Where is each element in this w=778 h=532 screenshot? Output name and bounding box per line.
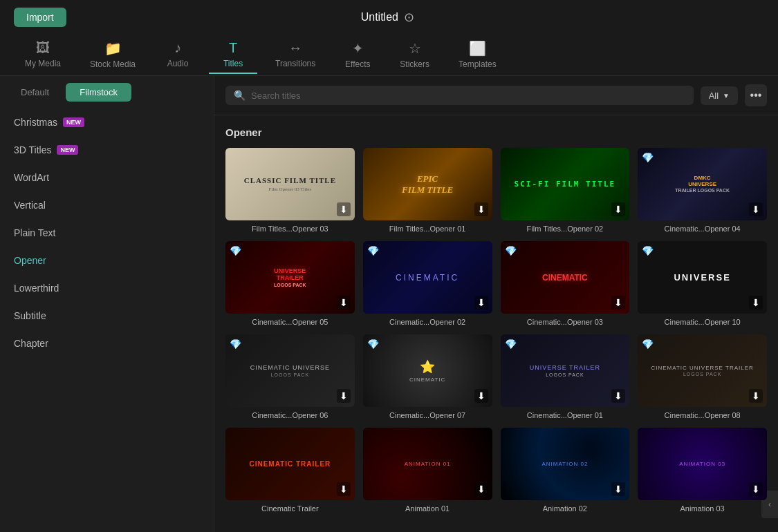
download-icon[interactable]: ⬇ bbox=[749, 202, 763, 216]
sidebar-item-vertical[interactable]: Vertical bbox=[0, 191, 214, 219]
grid-thumb-cinematic-opener-03: CINEMATIC 💎 ⬇ bbox=[501, 241, 630, 314]
sidebar-item-subtitle[interactable]: Subtitle bbox=[0, 302, 214, 330]
more-options-button[interactable]: ••• bbox=[745, 84, 767, 106]
tab-templates[interactable]: ⬜ Templates bbox=[447, 36, 508, 75]
effects-label: Effects bbox=[345, 59, 370, 69]
download-icon[interactable]: ⬇ bbox=[474, 202, 488, 216]
right-content: 🔍 All ▼ ••• Opener CLASSIC FILM TITLEFil… bbox=[214, 76, 778, 532]
tab-audio[interactable]: ♪ Audio bbox=[154, 36, 202, 74]
tab-effects[interactable]: ✦ Effects bbox=[333, 36, 382, 75]
download-icon[interactable]: ⬇ bbox=[749, 389, 763, 403]
tab-stock-media[interactable]: 📁 Stock Media bbox=[79, 36, 147, 75]
stock-media-label: Stock Media bbox=[90, 59, 136, 69]
grid-item-cinematic-opener-04[interactable]: DMKCUNIVERSETRAILER LOGOS PACK 💎 ⬇ Cinem… bbox=[638, 148, 767, 233]
grid-item-animation-02[interactable]: ANIMATION 02 ⬇ Animation 02 bbox=[501, 428, 630, 513]
sidebar-item-chapter[interactable]: Chapter bbox=[0, 330, 214, 357]
grid-item-cinematic-opener-10[interactable]: UNIVERSE 💎 ⬇ Cinematic...Opener 10 bbox=[638, 241, 767, 326]
grid-item-film-opener-02[interactable]: SCI-FI FILM TITLE ⬇ Film Titles...Opener… bbox=[501, 148, 630, 233]
download-icon[interactable]: ⬇ bbox=[611, 389, 625, 403]
grid-item-cinematic-opener-07[interactable]: ⭐CINEMATIC 💎 ⬇ Cinematic...Opener 07 bbox=[363, 334, 492, 419]
left-sidebar: Default Filmstock ChristmasNEW3D TitlesN… bbox=[0, 76, 214, 532]
sidebar-tab-filmstock[interactable]: Filmstock bbox=[66, 83, 131, 102]
grid-item-film-opener-01[interactable]: EPICFILM TITLE ⬇ Film Titles...Opener 01 bbox=[363, 148, 492, 233]
main-layout: Default Filmstock ChristmasNEW3D TitlesN… bbox=[0, 76, 778, 532]
titles-grid: CLASSIC FILM TITLEFilm Opener 03 Titles … bbox=[225, 148, 767, 513]
download-icon[interactable]: ⬇ bbox=[611, 202, 625, 216]
stock-media-icon: 📁 bbox=[104, 40, 122, 57]
download-icon[interactable]: ⬇ bbox=[337, 389, 351, 403]
grid-item-cinematic-trailer[interactable]: CINEMATIC TRAILER ⬇ Cinematic Trailer bbox=[225, 428, 355, 513]
download-icon[interactable]: ⬇ bbox=[749, 296, 763, 310]
grid-item-cinematic-opener-03[interactable]: CINEMATIC 💎 ⬇ Cinematic...Opener 03 bbox=[501, 241, 630, 326]
stickers-label: Stickers bbox=[400, 59, 429, 69]
grid-item-film-opener-03[interactable]: CLASSIC FILM TITLEFilm Opener 03 Titles … bbox=[225, 148, 355, 233]
filter-dropdown[interactable]: All ▼ bbox=[701, 86, 738, 105]
search-input[interactable] bbox=[251, 91, 685, 101]
sidebar-item-label: Lowerthird bbox=[14, 283, 59, 294]
templates-label: Templates bbox=[459, 59, 497, 69]
grid-item-label: Cinematic...Opener 06 bbox=[225, 411, 355, 419]
tab-stickers[interactable]: ☆ Stickers bbox=[389, 36, 441, 75]
grid-thumb-cinematic-opener-04: DMKCUNIVERSETRAILER LOGOS PACK 💎 ⬇ bbox=[638, 148, 767, 220]
grid-thumb-cinematic-trailer: CINEMATIC TRAILER ⬇ bbox=[225, 428, 355, 500]
grid-item-label: Film Titles...Opener 02 bbox=[501, 225, 630, 233]
sidebar-item-plain-text[interactable]: Plain Text bbox=[0, 219, 214, 247]
grid-item-label: Cinematic...Opener 05 bbox=[225, 318, 355, 326]
audio-icon: ♪ bbox=[174, 40, 181, 56]
grid-item-label: Film Titles...Opener 03 bbox=[225, 225, 355, 233]
title-dropdown-icon[interactable]: ⊙ bbox=[404, 10, 414, 25]
premium-gem-icon: 💎 bbox=[367, 339, 379, 350]
download-icon[interactable]: ⬇ bbox=[611, 482, 625, 496]
download-icon[interactable]: ⬇ bbox=[474, 296, 488, 310]
grid-item-animation-03[interactable]: ANIMATION 03 ⬇ Animation 03 bbox=[638, 428, 767, 513]
grid-thumb-animation-03: ANIMATION 03 ⬇ bbox=[638, 428, 767, 500]
grid-item-label: Animation 03 bbox=[638, 504, 767, 513]
sidebar-item-lowerthird[interactable]: Lowerthird bbox=[0, 274, 214, 302]
grid-thumb-cinematic-opener-07: ⭐CINEMATIC 💎 ⬇ bbox=[363, 334, 492, 407]
download-icon[interactable]: ⬇ bbox=[337, 202, 351, 216]
search-icon: 🔍 bbox=[234, 90, 246, 101]
tab-transitions[interactable]: ↔ Transitions bbox=[264, 36, 326, 74]
grid-item-label: Cinematic...Opener 03 bbox=[501, 318, 630, 326]
grid-item-animation-01[interactable]: ANIMATION 01 ⬇ Animation 01 bbox=[363, 428, 492, 513]
sidebar-item-label: Vertical bbox=[14, 200, 46, 211]
download-icon[interactable]: ⬇ bbox=[474, 482, 488, 496]
grid-item-label: Cinematic...Opener 02 bbox=[363, 318, 492, 326]
transitions-label: Transitions bbox=[275, 59, 315, 68]
filter-label: All bbox=[709, 91, 719, 101]
download-icon[interactable]: ⬇ bbox=[749, 482, 763, 496]
grid-item-cinematic-opener-05[interactable]: UNIVERSETRAILERLOGOS PACK 💎 ⬇ Cinematic.… bbox=[225, 241, 355, 326]
top-bar: Import Untitled ⊙ bbox=[0, 0, 778, 35]
grid-item-label: Cinematic...Opener 08 bbox=[638, 411, 767, 419]
badge-new: NEW bbox=[57, 145, 78, 155]
grid-item-cinematic-opener-08[interactable]: CINEMATIC UNIVERSE TRAILERLOGOS PACK 💎 ⬇… bbox=[638, 334, 767, 419]
grid-item-cinematic-opener-02[interactable]: CINEMATIC 💎 ⬇ Cinematic...Opener 02 bbox=[363, 241, 492, 326]
download-icon[interactable]: ⬇ bbox=[611, 296, 625, 310]
grid-item-cinematic-opener-01[interactable]: UNIVERSE TRAILERLOGOS PACK 💎 ⬇ Cinematic… bbox=[501, 334, 630, 419]
premium-gem-icon: 💎 bbox=[642, 152, 654, 163]
sidebar-item-label: 3D Titles bbox=[14, 144, 51, 155]
grid-item-cinematic-opener-06[interactable]: CINEMATIC UNIVERSELOGOS PACK 💎 ⬇ Cinemat… bbox=[225, 334, 355, 419]
sidebar-item-opener[interactable]: Opener bbox=[0, 247, 214, 274]
grid-thumb-cinematic-opener-02: CINEMATIC 💎 ⬇ bbox=[363, 241, 492, 314]
import-button[interactable]: Import bbox=[14, 8, 66, 27]
tab-my-media[interactable]: 🖼 My Media bbox=[14, 36, 72, 74]
grid-thumb-film-opener-02: SCI-FI FILM TITLE ⬇ bbox=[501, 148, 630, 220]
premium-gem-icon: 💎 bbox=[230, 245, 241, 256]
premium-gem-icon: 💎 bbox=[367, 245, 379, 256]
grid-thumb-cinematic-opener-08: CINEMATIC UNIVERSE TRAILERLOGOS PACK 💎 ⬇ bbox=[638, 334, 767, 407]
sidebar-item-wordart[interactable]: WordArt bbox=[0, 164, 214, 191]
grid-thumb-animation-02: ANIMATION 02 ⬇ bbox=[501, 428, 630, 500]
sidebar-item-3d-titles[interactable]: 3D TitlesNEW bbox=[0, 136, 214, 164]
download-icon[interactable]: ⬇ bbox=[337, 296, 351, 310]
tab-titles[interactable]: T Titles bbox=[209, 36, 257, 74]
grid-item-label: Cinematic...Opener 01 bbox=[501, 411, 630, 419]
effects-icon: ✦ bbox=[352, 40, 364, 57]
sidebar-item-christmas[interactable]: ChristmasNEW bbox=[0, 108, 214, 136]
badge-new: NEW bbox=[63, 117, 84, 127]
download-icon[interactable]: ⬇ bbox=[474, 389, 488, 403]
sidebar-tab-default[interactable]: Default bbox=[7, 83, 63, 102]
grid-item-label: Animation 02 bbox=[501, 504, 630, 513]
grid-thumb-cinematic-opener-01: UNIVERSE TRAILERLOGOS PACK 💎 ⬇ bbox=[501, 334, 630, 407]
download-icon[interactable]: ⬇ bbox=[337, 482, 351, 496]
